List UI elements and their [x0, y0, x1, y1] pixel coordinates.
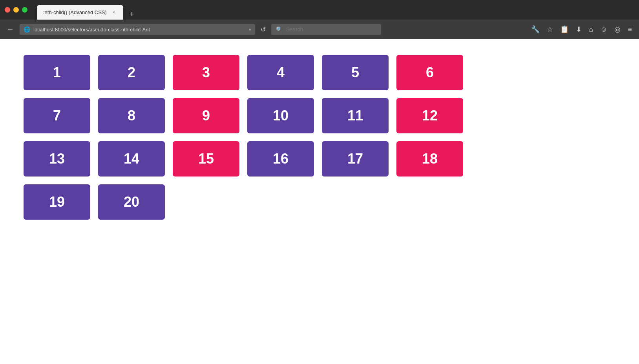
wrench-icon[interactable]: 🔧	[529, 24, 542, 35]
globe-icon: 🌐	[24, 26, 30, 33]
list-icon[interactable]: 📋	[558, 24, 571, 35]
browser-content: 1234567891011121314151617181920	[0, 39, 639, 364]
grid-item: 12	[396, 98, 463, 133]
grid-item: 9	[173, 98, 239, 133]
close-button[interactable]	[5, 7, 10, 13]
reload-button[interactable]: ↺	[259, 24, 267, 35]
grid-item: 3	[173, 55, 239, 90]
grid-container: 1234567891011121314151617181920	[24, 55, 534, 220]
back-button[interactable]: ←	[5, 24, 16, 35]
tab-label: :nth-child() (Advanced CSS)	[43, 9, 107, 15]
grid-item: 2	[98, 55, 165, 90]
address-bar: ← 🌐 localhost:8000/selectors/pseudo-clas…	[0, 20, 639, 39]
menu-icon[interactable]: ≡	[625, 24, 634, 35]
back-icon: ←	[7, 25, 14, 34]
grid-item: 5	[322, 55, 389, 90]
grid-item: 11	[322, 98, 389, 133]
search-icon: 🔍	[276, 26, 283, 33]
grid-item: 18	[396, 141, 463, 177]
url-text: localhost:8000/selectors/pseudo-class-nt…	[33, 27, 246, 33]
grid-item: 7	[24, 98, 90, 133]
grid-item: 10	[247, 98, 314, 133]
grid-item: 17	[322, 141, 389, 177]
title-bar: :nth-child() (Advanced CSS) × +	[0, 0, 639, 20]
grid-item: 19	[24, 184, 90, 220]
traffic-lights	[5, 7, 27, 13]
minimize-button[interactable]	[13, 7, 19, 13]
download-icon[interactable]: ⬇	[573, 24, 584, 35]
new-tab-button[interactable]: +	[126, 9, 137, 20]
grid-item: 16	[247, 141, 314, 177]
search-input[interactable]	[286, 26, 376, 33]
grid-item: 4	[247, 55, 314, 90]
grid-item: 6	[396, 55, 463, 90]
grid-item: 8	[98, 98, 165, 133]
grid-item: 13	[24, 141, 90, 177]
address-field[interactable]: 🌐 localhost:8000/selectors/pseudo-class-…	[20, 24, 255, 35]
search-field[interactable]: 🔍	[271, 24, 381, 35]
grid-item: 15	[173, 141, 239, 177]
dropdown-arrow-icon[interactable]: ▾	[249, 27, 251, 32]
tab-bar: :nth-child() (Advanced CSS) × +	[37, 0, 137, 20]
circle-icon[interactable]: ◎	[612, 24, 623, 35]
active-tab[interactable]: :nth-child() (Advanced CSS) ×	[37, 5, 123, 20]
grid-item: 14	[98, 141, 165, 177]
tab-close-button[interactable]: ×	[111, 9, 117, 15]
grid-item: 20	[98, 184, 165, 220]
home-icon[interactable]: ⌂	[586, 24, 595, 35]
toolbar-icons: 🔧 ☆ 📋 ⬇ ⌂ ☺ ◎ ≡	[529, 24, 634, 35]
smiley-icon[interactable]: ☺	[598, 24, 610, 35]
star-icon[interactable]: ☆	[544, 24, 555, 35]
maximize-button[interactable]	[22, 7, 27, 13]
grid-item: 1	[24, 55, 90, 90]
